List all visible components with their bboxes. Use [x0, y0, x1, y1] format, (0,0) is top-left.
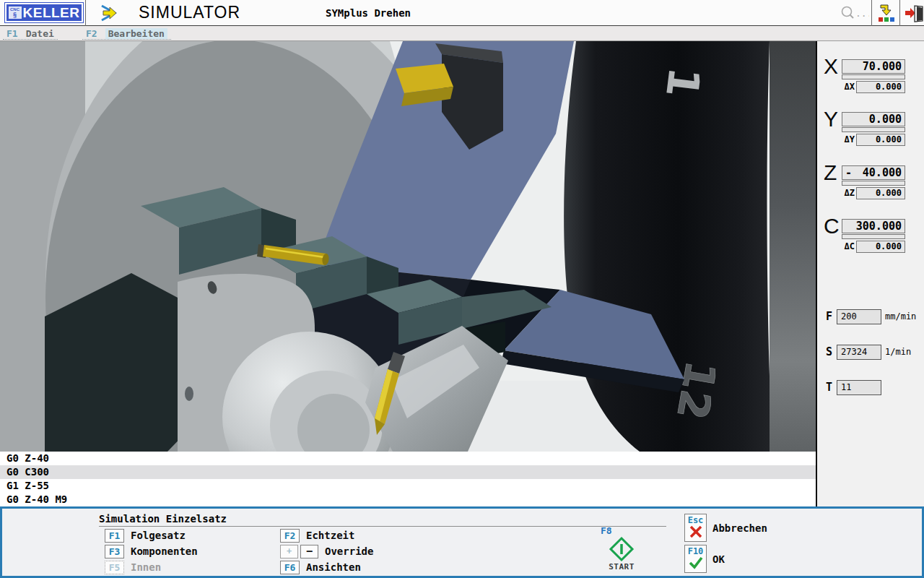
simulator-app: CNC§ KELLER SIMULATOR SYMplus Drehen ...	[0, 0, 924, 578]
cancel-button[interactable]: Esc	[684, 514, 707, 542]
exit-icon[interactable]	[905, 4, 923, 22]
menu-label: Bearbeiten	[105, 28, 167, 39]
ok-button[interactable]: F10	[684, 545, 707, 573]
override-plus-key: +	[280, 545, 298, 558]
axis-value-x: 70.000	[842, 59, 905, 74]
ok-label: OK	[712, 553, 725, 565]
menu-item-datei[interactable]: F1 Datei	[3, 27, 58, 40]
fkey-label-ansichten: Ansichten	[306, 561, 361, 574]
svg-text:...: ...	[855, 8, 869, 19]
fkey-f2-echtzeit[interactable]: F2	[280, 529, 300, 543]
delta-label-c: ΔC	[833, 241, 855, 253]
override-label: Override	[325, 545, 373, 558]
feed-value: 200	[837, 309, 881, 324]
menu-key: F2	[86, 28, 97, 39]
fkey-label-folgesatz: Folgesatz	[131, 529, 186, 543]
nc-program-listing: G0 Z-40 G0 C300 G1 Z-55 G0 Z-40 M9	[0, 452, 816, 506]
mode-title: Simulation Einzelsatz	[99, 513, 227, 525]
search-icon[interactable]: ...	[840, 6, 869, 20]
fkey-label-echtzeit: Echtzeit	[306, 529, 354, 543]
bolt-hole	[185, 387, 193, 401]
feed-unit: mm/min	[885, 309, 916, 324]
delta-label-y: ΔY	[833, 134, 855, 146]
axis-label-z: Z	[824, 163, 842, 182]
spindle-value: 27324	[837, 345, 881, 360]
workspace-colors-icon[interactable]	[876, 4, 895, 23]
start-label: START	[598, 562, 645, 571]
axis-value-base	[842, 234, 905, 239]
softkey-bar: Simulation Einzelsatz F1 Folgesatz F3 Ko…	[0, 506, 924, 578]
f10-keycap: F10	[685, 546, 706, 556]
override-minus-key[interactable]: −	[300, 545, 318, 558]
keller-logo: CNC§ KELLER	[4, 2, 84, 23]
axis-label-y: Y	[824, 110, 842, 129]
fkey-f5-innen: F5	[105, 561, 124, 574]
fkey-label-innen: Innen	[131, 561, 161, 574]
red-x-icon	[689, 525, 703, 538]
delta-value-x: 0.000	[856, 81, 905, 93]
fkey-label-komponenten: Komponenten	[131, 545, 198, 558]
tool-label: T	[826, 380, 832, 394]
fkey-f8-start: F8	[601, 525, 612, 536]
axis-value-base	[842, 181, 905, 186]
page-title: SIMULATOR	[139, 3, 240, 22]
delta-label-x: ΔX	[833, 81, 855, 93]
fkey-f6-ansichten[interactable]: F6	[280, 561, 300, 574]
start-button[interactable]	[609, 536, 635, 562]
simulator-arrow-icon	[100, 4, 130, 22]
fkey-f3-komponenten[interactable]: F3	[105, 545, 124, 558]
delta-value-y: 0.000	[856, 134, 905, 146]
delta-value-c: 0.000	[856, 241, 905, 253]
menu-label: Datei	[26, 28, 54, 39]
gcode-line-active[interactable]: G0 C300	[0, 465, 816, 479]
green-check-icon	[689, 556, 703, 569]
menu-item-bearbeiten[interactable]: F2 Bearbeiten	[82, 27, 171, 40]
gcode-line[interactable]: G0 Z-40 M9	[0, 493, 816, 506]
machine-scene: 1 12	[0, 41, 816, 452]
title-bar: CNC§ KELLER SIMULATOR SYMplus Drehen ...	[0, 0, 924, 26]
delta-value-z: 0.000	[856, 187, 905, 199]
axis-value-z: -40.000	[842, 165, 905, 180]
gcode-line[interactable]: G1 Z-55	[0, 479, 816, 493]
module-subtitle: SYMplus Drehen	[289, 7, 448, 19]
axis-value-y: 0.000	[842, 112, 905, 126]
spindle-label: S	[826, 345, 832, 359]
axis-position-panel: X 70.000 ΔX 0.000 Y 0.000 ΔY 0.000 Z -40…	[816, 41, 924, 506]
turret-station-label-1: 1	[656, 64, 710, 100]
axis-value-base	[842, 74, 905, 79]
spindle-unit: 1/min	[885, 345, 911, 360]
axis-value-c: 300.000	[842, 219, 905, 233]
gcode-line[interactable]: G0 Z-40	[0, 452, 816, 465]
axis-label-x: X	[824, 57, 842, 76]
machine-column	[770, 41, 816, 452]
axis-label-c: C	[824, 217, 842, 236]
brand-text: KELLER	[23, 5, 80, 21]
keller-logo-inner: CNC§ KELLER	[6, 4, 82, 21]
divider	[99, 526, 666, 527]
cnc-emblem-icon: CNC§	[9, 7, 22, 19]
delta-label-z: ΔZ	[833, 187, 855, 199]
divider	[871, 0, 872, 26]
esc-keycap: Esc	[685, 515, 706, 525]
axis-value-base	[842, 127, 905, 132]
feed-label: F	[826, 309, 832, 324]
cancel-label: Abbrechen	[712, 522, 767, 534]
divider	[85, 0, 86, 26]
menu-bar: F1 Datei F2 Bearbeiten	[0, 26, 924, 41]
menu-key: F1	[6, 28, 18, 39]
simulation-3d-view[interactable]: 1 12	[0, 41, 816, 452]
tool-value: 11	[837, 380, 881, 395]
divider	[899, 0, 900, 26]
fkey-f1-folgesatz[interactable]: F1	[105, 529, 124, 543]
